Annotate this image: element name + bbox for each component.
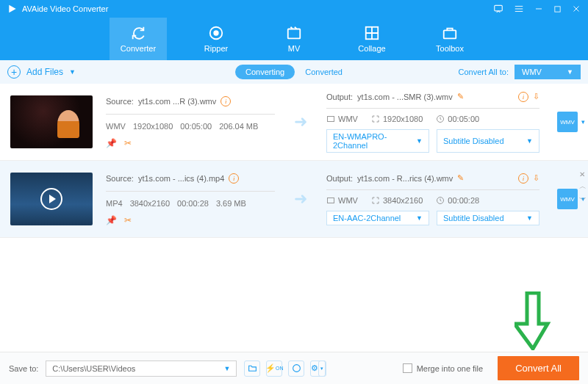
output-name: yt1s.com - ...SMR (3).wmv <box>357 93 453 101</box>
out-duration: 00:05:00 <box>448 115 479 123</box>
audio-select[interactable]: EN-WMAPRO-2Channel▼ <box>326 129 429 153</box>
tab-toolbox[interactable]: Toolbox <box>421 18 478 60</box>
move-up-icon[interactable]: ︿ <box>579 181 587 192</box>
divider <box>326 189 539 190</box>
svg-rect-9 <box>328 198 334 203</box>
minimize-icon[interactable] <box>534 4 543 13</box>
clock-icon <box>436 196 445 205</box>
arrow-right-icon: ➜ <box>294 189 307 209</box>
subtitle-select[interactable]: Subtitle Disabled▼ <box>437 129 539 153</box>
app-title: AVAide Video Converter <box>22 4 493 13</box>
list-item[interactable]: Source: yt1s.com ...R (3).wmv i WMV 1920… <box>0 84 588 161</box>
source-label: Source: <box>106 174 134 183</box>
settings-icon[interactable]: ⚙▾ <box>310 361 326 377</box>
svg-point-11 <box>293 365 300 372</box>
format-select[interactable]: WMV ▼ <box>514 65 581 79</box>
thumbnail[interactable] <box>10 173 93 225</box>
chevron-down-icon: ▼ <box>69 68 76 76</box>
thumbnail[interactable] <box>10 95 93 148</box>
tab-converter-label: Converter <box>121 44 156 53</box>
cut-icon[interactable]: ✂ <box>124 138 132 148</box>
tab-converted[interactable]: Converted <box>295 65 353 79</box>
tab-collage-label: Collage <box>358 44 385 53</box>
output-name: yt1s.com - R...rics (4).wmv <box>357 174 453 183</box>
play-icon[interactable] <box>40 188 62 210</box>
merge-checkbox[interactable]: Merge into one file <box>403 363 484 373</box>
edit-icon[interactable]: ✎ <box>457 92 464 101</box>
info-icon[interactable]: i <box>220 96 231 106</box>
audio-select[interactable]: EN-AAC-2Channel▼ <box>326 211 429 225</box>
feedback-icon[interactable] <box>493 4 503 14</box>
out-format: WMV <box>338 115 358 123</box>
svg-rect-7 <box>328 116 334 121</box>
tab-mv[interactable]: MV <box>265 18 323 60</box>
format-value: WMV <box>522 68 542 76</box>
profile-button[interactable]: WMV <box>557 112 578 132</box>
move-down-icon[interactable]: ﹀ <box>579 195 587 205</box>
chevron-down-icon: ▼ <box>416 214 423 222</box>
source-column: Source: yt1s.com ...R (3).wmv i WMV 1920… <box>106 96 275 148</box>
compress-icon[interactable]: ⇩ <box>533 92 539 101</box>
expand-icon <box>371 196 380 205</box>
divider <box>106 191 275 192</box>
info-icon[interactable]: i <box>229 173 239 184</box>
expand-icon <box>371 115 380 123</box>
source-format: WMV <box>106 122 126 131</box>
tab-converter[interactable]: Converter <box>110 18 167 60</box>
pin-icon[interactable]: 📌 <box>106 215 117 225</box>
source-duration: 00:05:00 <box>180 122 212 131</box>
cut-icon[interactable]: ✂ <box>124 215 132 225</box>
info-icon[interactable]: i <box>518 173 528 184</box>
save-to-label: Save to: <box>9 364 38 373</box>
svg-rect-6 <box>444 30 456 38</box>
remove-item-icon[interactable]: ✕ <box>579 170 587 178</box>
chevron-down-icon: ▼ <box>526 214 533 222</box>
add-files-button[interactable]: + Add Files ▼ <box>7 65 76 79</box>
info-icon[interactable]: i <box>518 92 528 102</box>
out-resolution: 3840x2160 <box>383 196 423 205</box>
svg-rect-1 <box>555 6 560 11</box>
source-resolution: 3840x2160 <box>130 199 170 208</box>
edit-icon[interactable]: ✎ <box>457 173 464 183</box>
arrow-right-icon: ➜ <box>294 112 307 131</box>
output-label: Output: <box>326 93 353 101</box>
tab-mv-label: MV <box>288 44 301 53</box>
chevron-down-icon: ▼ <box>416 137 423 145</box>
tab-collage[interactable]: Collage <box>343 18 401 60</box>
pin-icon[interactable]: 📌 <box>106 138 117 148</box>
profile-button[interactable]: WMV <box>557 189 578 209</box>
open-folder-icon[interactable] <box>244 361 260 377</box>
status-tabs: Converting Converted <box>235 65 353 79</box>
save-path-input[interactable]: C:\Users\USER\Videos ▼ <box>46 361 237 377</box>
menu-icon[interactable] <box>514 4 524 14</box>
annotation-arrow-icon <box>514 291 551 350</box>
output-column: Output: yt1s.com - R...rics (4).wmv ✎ i … <box>326 173 539 225</box>
svg-point-3 <box>214 31 218 35</box>
chevron-down-icon: ▼ <box>223 365 230 372</box>
close-icon[interactable] <box>572 4 581 13</box>
footer-tools: ⚡ON ⚙▾ <box>244 361 326 377</box>
list-item[interactable]: Source: yt1s.com - ...ics (4).mp4 i MP4 … <box>0 161 588 238</box>
tab-converting[interactable]: Converting <box>235 65 295 79</box>
audio-value: EN-AAC-2Channel <box>333 214 401 222</box>
divider <box>326 108 539 109</box>
convert-all-to: Convert All to: WMV ▼ <box>459 65 581 79</box>
convert-all-to-label: Convert All to: <box>459 68 509 76</box>
plus-icon: + <box>7 65 21 79</box>
titlebar: AVAide Video Converter <box>0 0 588 18</box>
checkbox-icon <box>403 363 412 373</box>
output-column: Output: yt1s.com - ...SMR (3).wmv ✎ i ⇩ … <box>326 92 539 153</box>
high-speed-icon[interactable] <box>288 361 304 377</box>
source-format: MP4 <box>106 199 123 208</box>
compress-icon[interactable]: ⇩ <box>533 173 539 183</box>
subtitle-select[interactable]: Subtitle Disabled▼ <box>437 211 539 225</box>
source-label: Source: <box>106 97 134 106</box>
source-resolution: 1920x1080 <box>133 122 173 131</box>
source-name: yt1s.com - ...ics (4).mp4 <box>138 174 224 183</box>
tab-ripper[interactable]: Ripper <box>187 18 245 60</box>
convert-all-button[interactable]: Convert All <box>498 356 579 380</box>
file-list: Source: yt1s.com ...R (3).wmv i WMV 1920… <box>0 84 588 238</box>
out-resolution: 1920x1080 <box>383 115 423 123</box>
hardware-accel-icon[interactable]: ⚡ON <box>266 361 282 377</box>
maximize-icon[interactable] <box>553 5 562 13</box>
